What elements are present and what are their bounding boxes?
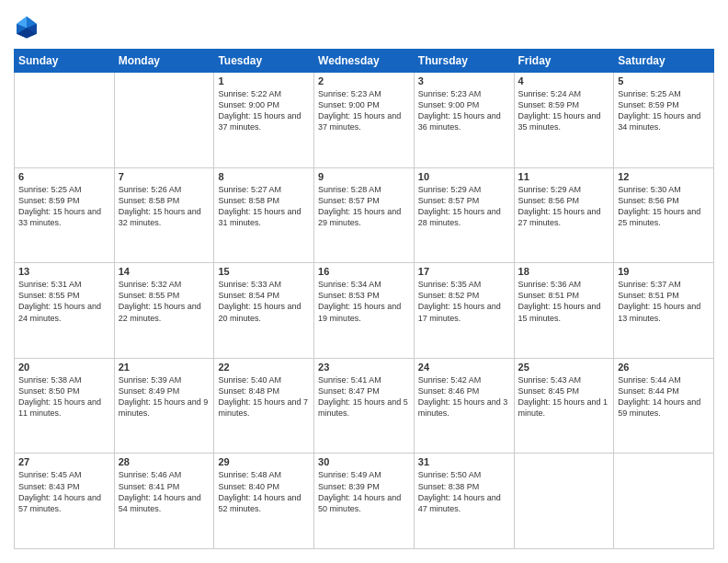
week-row-2: 6Sunrise: 5:25 AM Sunset: 8:59 PM Daylig… <box>15 167 714 263</box>
day-number: 18 <box>518 266 610 277</box>
cell-content: Sunrise: 5:39 AM Sunset: 8:49 PM Dayligh… <box>119 374 210 419</box>
day-number: 27 <box>18 456 110 467</box>
day-number: 2 <box>318 75 410 86</box>
cell-content: Sunrise: 5:37 AM Sunset: 8:51 PM Dayligh… <box>618 279 710 324</box>
weekday-header-wednesday: Wednesday <box>314 50 415 73</box>
week-row-3: 13Sunrise: 5:31 AM Sunset: 8:55 PM Dayli… <box>15 263 714 359</box>
cell-content: Sunrise: 5:35 AM Sunset: 8:52 PM Dayligh… <box>418 279 510 324</box>
cell-content: Sunrise: 5:25 AM Sunset: 8:59 PM Dayligh… <box>18 184 110 229</box>
calendar-cell: 26Sunrise: 5:44 AM Sunset: 8:44 PM Dayli… <box>614 358 714 454</box>
cell-content: Sunrise: 5:27 AM Sunset: 8:58 PM Dayligh… <box>218 184 310 229</box>
day-number: 28 <box>119 456 210 467</box>
weekday-header-sunday: Sunday <box>15 50 115 73</box>
day-number: 12 <box>618 171 710 182</box>
day-number: 4 <box>518 75 610 86</box>
cell-content: Sunrise: 5:34 AM Sunset: 8:53 PM Dayligh… <box>318 279 410 324</box>
day-number: 29 <box>218 456 310 467</box>
header <box>14 14 714 40</box>
calendar-cell <box>614 454 714 549</box>
day-number: 19 <box>618 266 710 277</box>
cell-content: Sunrise: 5:36 AM Sunset: 8:51 PM Dayligh… <box>518 279 610 324</box>
weekday-header-thursday: Thursday <box>414 50 514 73</box>
calendar-cell: 27Sunrise: 5:45 AM Sunset: 8:43 PM Dayli… <box>15 454 115 549</box>
day-number: 25 <box>518 362 610 373</box>
cell-content: Sunrise: 5:48 AM Sunset: 8:40 PM Dayligh… <box>218 469 310 514</box>
cell-content: Sunrise: 5:24 AM Sunset: 8:59 PM Dayligh… <box>518 88 610 133</box>
cell-content: Sunrise: 5:29 AM Sunset: 8:57 PM Dayligh… <box>418 184 510 229</box>
calendar-cell: 13Sunrise: 5:31 AM Sunset: 8:55 PM Dayli… <box>15 263 115 359</box>
day-number: 22 <box>218 362 310 373</box>
day-number: 8 <box>218 171 310 182</box>
calendar-cell: 5Sunrise: 5:25 AM Sunset: 8:59 PM Daylig… <box>614 73 714 168</box>
week-row-1: 1Sunrise: 5:22 AM Sunset: 9:00 PM Daylig… <box>15 73 714 168</box>
calendar-cell: 31Sunrise: 5:50 AM Sunset: 8:38 PM Dayli… <box>414 454 514 549</box>
calendar-cell: 28Sunrise: 5:46 AM Sunset: 8:41 PM Dayli… <box>114 454 214 549</box>
calendar-cell: 11Sunrise: 5:29 AM Sunset: 8:56 PM Dayli… <box>514 167 614 263</box>
calendar-cell: 8Sunrise: 5:27 AM Sunset: 8:58 PM Daylig… <box>214 167 314 263</box>
weekday-header-saturday: Saturday <box>614 50 714 73</box>
cell-content: Sunrise: 5:33 AM Sunset: 8:54 PM Dayligh… <box>218 279 310 324</box>
calendar-cell: 9Sunrise: 5:28 AM Sunset: 8:57 PM Daylig… <box>314 167 415 263</box>
calendar-cell: 1Sunrise: 5:22 AM Sunset: 9:00 PM Daylig… <box>214 73 314 168</box>
calendar-cell: 10Sunrise: 5:29 AM Sunset: 8:57 PM Dayli… <box>414 167 514 263</box>
day-number: 23 <box>318 362 410 373</box>
day-number: 10 <box>418 171 510 182</box>
cell-content: Sunrise: 5:38 AM Sunset: 8:50 PM Dayligh… <box>18 374 110 419</box>
day-number: 6 <box>18 171 110 182</box>
calendar-cell: 21Sunrise: 5:39 AM Sunset: 8:49 PM Dayli… <box>114 358 214 454</box>
calendar-cell: 25Sunrise: 5:43 AM Sunset: 8:45 PM Dayli… <box>514 358 614 454</box>
cell-content: Sunrise: 5:30 AM Sunset: 8:56 PM Dayligh… <box>618 184 710 229</box>
cell-content: Sunrise: 5:28 AM Sunset: 8:57 PM Dayligh… <box>318 184 410 229</box>
cell-content: Sunrise: 5:26 AM Sunset: 8:58 PM Dayligh… <box>119 184 210 229</box>
cell-content: Sunrise: 5:29 AM Sunset: 8:56 PM Dayligh… <box>518 184 610 229</box>
cell-content: Sunrise: 5:31 AM Sunset: 8:55 PM Dayligh… <box>18 279 110 324</box>
calendar-cell: 24Sunrise: 5:42 AM Sunset: 8:46 PM Dayli… <box>414 358 514 454</box>
cell-content: Sunrise: 5:40 AM Sunset: 8:48 PM Dayligh… <box>218 374 310 419</box>
calendar-cell: 3Sunrise: 5:23 AM Sunset: 9:00 PM Daylig… <box>414 73 514 168</box>
calendar-cell: 29Sunrise: 5:48 AM Sunset: 8:40 PM Dayli… <box>214 454 314 549</box>
cell-content: Sunrise: 5:44 AM Sunset: 8:44 PM Dayligh… <box>618 374 710 419</box>
weekday-header-tuesday: Tuesday <box>214 50 314 73</box>
day-number: 20 <box>18 362 110 373</box>
cell-content: Sunrise: 5:46 AM Sunset: 8:41 PM Dayligh… <box>119 469 210 514</box>
day-number: 13 <box>18 266 110 277</box>
day-number: 5 <box>618 75 710 86</box>
day-number: 14 <box>119 266 210 277</box>
weekday-header-row: SundayMondayTuesdayWednesdayThursdayFrid… <box>15 50 714 73</box>
calendar-cell: 23Sunrise: 5:41 AM Sunset: 8:47 PM Dayli… <box>314 358 415 454</box>
calendar-cell: 22Sunrise: 5:40 AM Sunset: 8:48 PM Dayli… <box>214 358 314 454</box>
cell-content: Sunrise: 5:32 AM Sunset: 8:55 PM Dayligh… <box>119 279 210 324</box>
day-number: 31 <box>418 456 510 467</box>
cell-content: Sunrise: 5:49 AM Sunset: 8:39 PM Dayligh… <box>318 469 410 514</box>
calendar-table: SundayMondayTuesdayWednesdayThursdayFrid… <box>14 49 714 549</box>
calendar-cell <box>15 73 115 168</box>
cell-content: Sunrise: 5:25 AM Sunset: 8:59 PM Dayligh… <box>618 88 710 133</box>
calendar-cell <box>114 73 214 168</box>
calendar-cell: 19Sunrise: 5:37 AM Sunset: 8:51 PM Dayli… <box>614 263 714 359</box>
calendar-cell: 14Sunrise: 5:32 AM Sunset: 8:55 PM Dayli… <box>114 263 214 359</box>
cell-content: Sunrise: 5:41 AM Sunset: 8:47 PM Dayligh… <box>318 374 410 419</box>
page: SundayMondayTuesdayWednesdayThursdayFrid… <box>0 0 728 563</box>
calendar-cell: 12Sunrise: 5:30 AM Sunset: 8:56 PM Dayli… <box>614 167 714 263</box>
day-number: 1 <box>218 75 310 86</box>
day-number: 7 <box>119 171 210 182</box>
day-number: 9 <box>318 171 410 182</box>
logo-icon <box>14 14 40 40</box>
day-number: 11 <box>518 171 610 182</box>
calendar-cell <box>514 454 614 549</box>
day-number: 17 <box>418 266 510 277</box>
day-number: 24 <box>418 362 510 373</box>
cell-content: Sunrise: 5:45 AM Sunset: 8:43 PM Dayligh… <box>18 469 110 514</box>
cell-content: Sunrise: 5:50 AM Sunset: 8:38 PM Dayligh… <box>418 469 510 514</box>
calendar-cell: 6Sunrise: 5:25 AM Sunset: 8:59 PM Daylig… <box>15 167 115 263</box>
day-number: 26 <box>618 362 710 373</box>
day-number: 30 <box>318 456 410 467</box>
calendar-cell: 7Sunrise: 5:26 AM Sunset: 8:58 PM Daylig… <box>114 167 214 263</box>
calendar-cell: 15Sunrise: 5:33 AM Sunset: 8:54 PM Dayli… <box>214 263 314 359</box>
day-number: 21 <box>119 362 210 373</box>
calendar-cell: 2Sunrise: 5:23 AM Sunset: 9:00 PM Daylig… <box>314 73 415 168</box>
calendar-cell: 17Sunrise: 5:35 AM Sunset: 8:52 PM Dayli… <box>414 263 514 359</box>
day-number: 16 <box>318 266 410 277</box>
day-number: 3 <box>418 75 510 86</box>
calendar-cell: 4Sunrise: 5:24 AM Sunset: 8:59 PM Daylig… <box>514 73 614 168</box>
